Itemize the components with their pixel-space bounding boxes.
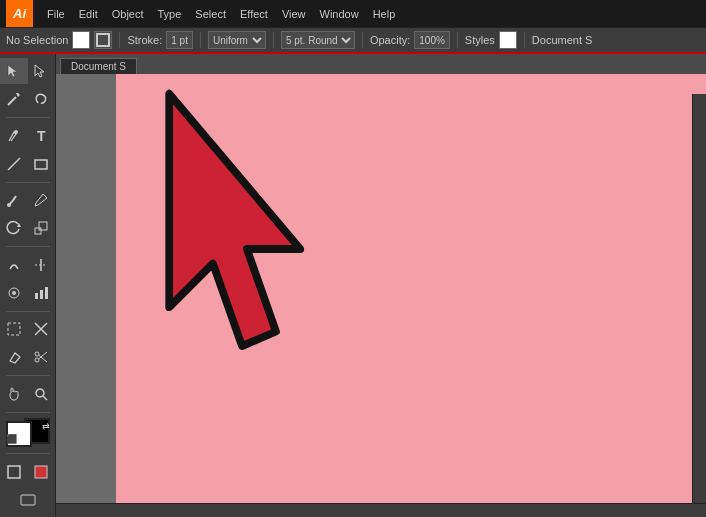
canvas-area: Document S xyxy=(56,54,706,517)
tool-divider-1 xyxy=(6,117,50,118)
svg-line-25 xyxy=(43,396,47,400)
title-bar: Ai File Edit Object Type Select Effect V… xyxy=(0,0,706,27)
mask-mode-btn[interactable] xyxy=(28,459,56,485)
eraser-tool[interactable] xyxy=(0,344,28,370)
menu-view[interactable]: View xyxy=(276,6,312,22)
separator-6 xyxy=(524,32,525,48)
menu-select[interactable]: Select xyxy=(189,6,232,22)
tool-row-3: T xyxy=(0,123,55,149)
svg-rect-9 xyxy=(39,222,47,230)
stroke-type-select[interactable]: Uniform xyxy=(208,31,266,49)
menu-effect[interactable]: Effect xyxy=(234,6,274,22)
pencil-tool[interactable] xyxy=(28,187,56,213)
svg-rect-8 xyxy=(35,228,41,234)
magic-wand-tool[interactable] xyxy=(0,86,28,112)
rotate-tool[interactable] xyxy=(0,215,28,241)
opacity-input[interactable]: 100% xyxy=(414,31,450,49)
svg-line-1 xyxy=(8,97,16,105)
styles-swatch[interactable] xyxy=(499,31,517,49)
tool-row-11 xyxy=(0,381,55,407)
line-tool[interactable] xyxy=(0,151,28,177)
svg-marker-2 xyxy=(16,93,20,97)
tool-divider-5 xyxy=(6,375,50,376)
horizontal-scrollbar[interactable] xyxy=(56,503,706,517)
rect-tool[interactable] xyxy=(28,151,56,177)
svg-point-24 xyxy=(36,389,44,397)
svg-point-3 xyxy=(14,130,18,134)
menu-type[interactable]: Type xyxy=(152,6,188,22)
menu-window[interactable]: Window xyxy=(314,6,365,22)
default-colors-icon[interactable]: ⬛ xyxy=(6,434,17,444)
scale-tool[interactable] xyxy=(28,215,56,241)
svg-rect-17 xyxy=(8,323,20,335)
svg-line-4 xyxy=(8,158,20,170)
separator-2 xyxy=(200,32,201,48)
svg-rect-5 xyxy=(35,160,47,169)
menu-bar: File Edit Object Type Select Effect View… xyxy=(41,6,401,22)
chart-tool[interactable] xyxy=(28,280,56,306)
menu-object[interactable]: Object xyxy=(106,6,150,22)
artboard-tool[interactable] xyxy=(0,316,28,342)
tool-row-5 xyxy=(0,187,55,213)
direct-selection-tool[interactable] xyxy=(28,58,56,84)
width-tool[interactable] xyxy=(28,252,56,278)
menu-file[interactable]: File xyxy=(41,6,71,22)
styles-label: Styles xyxy=(465,34,495,46)
stroke-icon[interactable] xyxy=(94,31,112,49)
zoom-tool[interactable] xyxy=(28,381,56,407)
tool-divider-4 xyxy=(6,311,50,312)
stroke-weight-input[interactable]: 1 pt xyxy=(166,31,193,49)
tool-row-mode xyxy=(0,459,55,485)
screen-mode-btn[interactable] xyxy=(0,487,55,513)
slice-tool[interactable] xyxy=(28,316,56,342)
svg-rect-27 xyxy=(35,466,47,478)
tool-row-screen xyxy=(0,487,55,513)
tool-row-1 xyxy=(0,58,55,84)
fill-color-swatch[interactable] xyxy=(72,31,90,49)
separator-1 xyxy=(119,32,120,48)
svg-rect-0 xyxy=(97,34,109,46)
svg-point-6 xyxy=(7,203,11,207)
menu-edit[interactable]: Edit xyxy=(73,6,104,22)
tool-row-8 xyxy=(0,280,55,306)
document-tab[interactable]: Document S xyxy=(60,58,137,74)
stroke-label: Stroke: xyxy=(127,34,162,46)
svg-rect-28 xyxy=(21,495,35,505)
document-label: Document S xyxy=(532,34,593,46)
symbol-tool[interactable] xyxy=(0,280,28,306)
selection-tool[interactable] xyxy=(0,58,28,84)
separator-4 xyxy=(362,32,363,48)
tool-row-10 xyxy=(0,344,55,370)
canvas-container[interactable] xyxy=(56,74,706,517)
lasso-tool[interactable] xyxy=(28,86,56,112)
tool-row-7 xyxy=(0,252,55,278)
svg-rect-14 xyxy=(35,293,38,299)
svg-rect-16 xyxy=(45,287,48,299)
color-wells: ⇄ ⬛ xyxy=(6,421,50,444)
vertical-scrollbar[interactable] xyxy=(692,94,706,503)
paintbrush-tool[interactable] xyxy=(0,187,28,213)
no-selection-label: No Selection xyxy=(6,34,68,46)
main-area: T xyxy=(0,54,706,517)
pen-tool[interactable] xyxy=(0,123,28,149)
svg-rect-15 xyxy=(40,290,43,299)
cursor-arrow-graphic xyxy=(146,84,406,414)
hand-tool[interactable] xyxy=(0,381,28,407)
tool-row-9 xyxy=(0,316,55,342)
tool-divider-6 xyxy=(6,412,50,413)
options-bar: No Selection Stroke: 1 pt Uniform 5 pt. … xyxy=(0,27,706,54)
type-tool[interactable]: T xyxy=(28,123,56,149)
warp-tool[interactable] xyxy=(0,252,28,278)
tool-row-6 xyxy=(0,215,55,241)
separator-5 xyxy=(457,32,458,48)
swap-colors-icon[interactable]: ⇄ xyxy=(42,421,50,431)
tool-divider-2 xyxy=(6,182,50,183)
toolbar: T xyxy=(0,54,56,517)
scissors-tool[interactable] xyxy=(28,344,56,370)
svg-point-13 xyxy=(12,291,16,295)
normal-mode-btn[interactable] xyxy=(0,459,28,485)
opacity-label: Opacity: xyxy=(370,34,410,46)
menu-help[interactable]: Help xyxy=(367,6,402,22)
tool-row-2 xyxy=(0,86,55,112)
brush-select[interactable]: 5 pt. Round xyxy=(281,31,355,49)
